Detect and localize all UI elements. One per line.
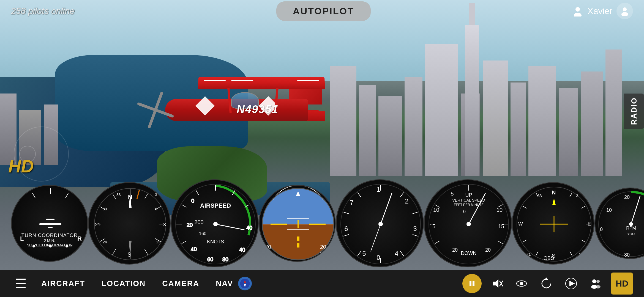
svg-line-41 — [137, 190, 140, 199]
svg-text:3: 3 — [163, 222, 166, 227]
hd-label: HD — [616, 279, 628, 289]
svg-rect-166 — [473, 281, 474, 286]
svg-text:3: 3 — [413, 225, 417, 232]
menu-button[interactable]: ☰ — [10, 273, 32, 295]
svg-text:6: 6 — [155, 207, 157, 211]
svg-point-175 — [592, 279, 596, 283]
pause-button[interactable] — [462, 274, 482, 293]
turn-coordinator-instrument: L R TURN COORDINATOR 2 MIN. NO PITCH INF… — [11, 185, 88, 262]
svg-rect-9 — [48, 227, 53, 228]
rpm-gauge: 20 10 0 40 60 70 80 RPM x100 — [594, 188, 644, 259]
mute-button[interactable] — [486, 273, 508, 295]
hsi-instrument: N E W S 33 3 12 21 — [512, 182, 594, 265]
svg-text:7: 7 — [350, 199, 353, 206]
svg-text:20: 20 — [452, 247, 458, 253]
svg-text:10: 10 — [496, 207, 503, 213]
aircraft: N49351 — [143, 61, 336, 154]
svg-rect-75 — [297, 243, 299, 248]
svg-marker-167 — [493, 279, 498, 288]
top-bar: 258 pilots online AUTOPILOT Xavier — [0, 0, 644, 22]
freedom-tower — [465, 25, 479, 176]
view-button[interactable] — [511, 273, 533, 295]
svg-text:160: 160 — [199, 231, 206, 236]
svg-point-3 — [621, 12, 628, 16]
autopilot-button[interactable]: AUTOPILOT — [276, 1, 371, 21]
building — [605, 50, 622, 176]
refresh-button[interactable] — [535, 273, 557, 295]
airspeed-svg: 0 20 40 60 80 40 40 — [171, 180, 259, 267]
svg-line-28 — [113, 194, 116, 199]
obs-label: OBS — [544, 255, 554, 261]
app: N49351 258 pilots online AUTOPILOT Xavie… — [0, 0, 644, 297]
heading-instrument: N 3 S 21 33 30 3 6 12 24 — [88, 182, 171, 265]
building — [483, 61, 508, 176]
svg-point-62 — [213, 222, 218, 226]
svg-text:33: 33 — [537, 194, 542, 198]
instruments-panel: L R TURN COORDINATOR 2 MIN. NO PITCH INF… — [0, 177, 644, 270]
svg-text:24: 24 — [103, 240, 107, 244]
rpm-svg: 20 10 0 40 60 70 80 RPM x100 — [595, 188, 644, 259]
rpm-instrument: 20 10 0 40 60 70 80 RPM x100 — [594, 188, 644, 259]
altimeter-instrument: 1 2 3 4 5 6 7 0 — [336, 179, 424, 267]
svg-line-99 — [381, 193, 392, 224]
svg-line-58 — [215, 213, 244, 241]
nav-item-location[interactable]: LOCATION — [93, 276, 154, 291]
svg-point-0 — [575, 7, 580, 12]
registration: N49351 — [237, 103, 279, 116]
building — [405, 77, 422, 176]
svg-line-4 — [32, 193, 35, 198]
svg-point-122 — [466, 222, 471, 226]
nav-bar: ☰ AIRCRAFT LOCATION CAMERA NAV — [0, 270, 644, 297]
nav-label: NAV — [216, 279, 233, 288]
altimeter-svg: 1 2 3 4 5 6 7 0 — [337, 180, 424, 267]
turn-coordinator-gauge: L R TURN COORDINATOR 2 MIN. NO PITCH INF… — [11, 185, 88, 262]
pilots-count: 258 pilots online — [11, 6, 75, 16]
svg-line-92 — [413, 235, 418, 236]
svg-text:0: 0 — [376, 254, 380, 261]
vsi-instrument: UP VERTICAL SPEED FEET PER MINUTE DOWN 5… — [424, 179, 512, 267]
svg-text:30: 30 — [320, 251, 326, 257]
svg-text:DOWN: DOWN — [461, 251, 477, 256]
svg-text:200: 200 — [194, 219, 203, 225]
svg-text:40: 40 — [191, 246, 197, 252]
horizon-svg: 20 20 30 30 — [260, 186, 336, 262]
svg-text:80: 80 — [222, 256, 228, 262]
building — [511, 82, 526, 176]
building — [559, 88, 578, 176]
pause-icon — [468, 279, 476, 288]
airspeed-instrument: 0 20 40 60 80 40 40 — [171, 179, 259, 267]
user-avatar[interactable] — [616, 3, 633, 19]
svg-text:10: 10 — [433, 207, 439, 213]
hd-button[interactable]: HD — [611, 273, 633, 295]
svg-line-135 — [570, 193, 572, 197]
users-icon — [572, 6, 583, 16]
hamburger-icon: ☰ — [15, 276, 27, 291]
turn-coordinator-sub2: NO PITCH INFORMATION — [12, 243, 87, 247]
svg-point-177 — [596, 280, 600, 283]
user-info: Xavier — [572, 3, 633, 19]
play-button[interactable] — [560, 273, 582, 295]
nav-item-nav[interactable]: NAV — [208, 274, 260, 293]
svg-text:30: 30 — [265, 251, 271, 257]
radio-button[interactable]: RADIO — [624, 94, 644, 129]
svg-text:20: 20 — [485, 247, 491, 253]
camera-label: CAMERA — [162, 279, 199, 288]
svg-text:3: 3 — [155, 193, 157, 197]
svg-text:1: 1 — [376, 186, 380, 193]
nav-item-aircraft[interactable]: AIRCRAFT — [33, 276, 93, 291]
svg-text:5: 5 — [362, 250, 366, 257]
building — [359, 85, 376, 176]
nav-item-camera[interactable]: CAMERA — [154, 276, 208, 291]
horizon-instrument: 20 20 30 30 — [259, 185, 336, 262]
vsi-svg: UP VERTICAL SPEED FEET PER MINUTE DOWN 5… — [425, 180, 512, 267]
svg-text:40: 40 — [246, 225, 252, 231]
play-icon — [565, 277, 577, 290]
hsi-gauge: N E W S 33 3 12 21 — [512, 182, 594, 265]
users-button[interactable] — [585, 273, 607, 295]
heading-svg: N 3 S 21 33 30 3 6 12 24 — [89, 183, 171, 265]
svg-text:0: 0 — [600, 227, 603, 232]
svg-rect-64 — [260, 186, 336, 224]
svg-line-116 — [435, 241, 440, 244]
svg-text:6: 6 — [344, 225, 348, 232]
svg-point-150 — [599, 192, 644, 257]
